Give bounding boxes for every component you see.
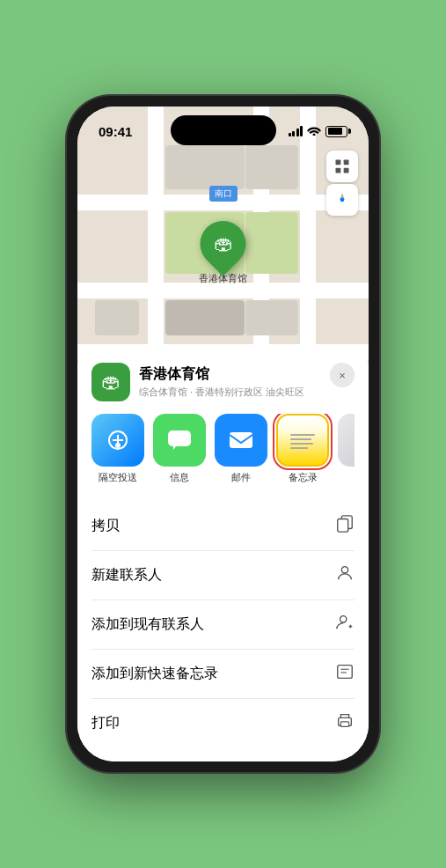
venue-name: 香港体育馆 xyxy=(139,365,355,384)
action-new-contact-label: 新建联系人 xyxy=(91,566,162,585)
entrance-label: 南口 xyxy=(209,186,238,202)
map-pin: 🏟 香港体育馆 xyxy=(199,221,247,285)
quick-note-icon xyxy=(335,662,355,686)
airdrop-label: 隔空投送 xyxy=(99,471,137,484)
mail-icon xyxy=(215,414,267,467)
wifi-icon xyxy=(307,125,321,138)
close-button[interactable]: × xyxy=(330,363,355,387)
svg-rect-2 xyxy=(336,168,341,173)
status-time: 09:41 xyxy=(99,124,132,139)
bottom-sheet: 🏟 香港体育馆 综合体育馆 · 香港特别行政区 油尖旺区 × xyxy=(77,349,369,761)
venue-subtitle: 综合体育馆 · 香港特别行政区 油尖旺区 xyxy=(139,386,355,399)
copy-icon xyxy=(335,514,355,538)
map-area[interactable]: 南口 🏟 香港体育馆 xyxy=(77,107,369,388)
venue-info: 香港体育馆 综合体育馆 · 香港特别行政区 油尖旺区 xyxy=(139,365,355,399)
airdrop-icon xyxy=(91,414,144,467)
svg-rect-21 xyxy=(338,666,353,679)
action-copy[interactable]: 拷贝 xyxy=(91,502,355,551)
mail-label: 邮件 xyxy=(231,471,251,484)
map-controls xyxy=(326,151,358,216)
action-add-contact[interactable]: 添加到现有联系人 xyxy=(91,600,355,650)
map-layers-button[interactable] xyxy=(326,151,358,182)
svg-rect-25 xyxy=(340,722,348,727)
share-item-airdrop[interactable]: 隔空投送 xyxy=(91,414,144,484)
svg-point-16 xyxy=(341,567,347,573)
status-icons xyxy=(289,125,348,138)
share-item-notes[interactable]: 备忘录 xyxy=(276,414,329,484)
action-quick-note-label: 添加到新快速备忘录 xyxy=(91,665,218,683)
phone-frame: 09:41 xyxy=(67,96,379,772)
action-print[interactable]: 打印 xyxy=(91,699,355,747)
svg-point-17 xyxy=(340,616,347,622)
share-item-mail[interactable]: 邮件 xyxy=(215,414,267,484)
dynamic-island xyxy=(171,115,276,145)
svg-rect-9 xyxy=(168,430,191,446)
notes-lines-icon xyxy=(287,429,318,452)
action-quick-note[interactable]: 添加到新快速备忘录 xyxy=(91,650,355,699)
new-contact-icon xyxy=(335,563,355,587)
svg-point-8 xyxy=(115,443,121,448)
action-new-contact[interactable]: 新建联系人 xyxy=(91,551,355,600)
svg-rect-15 xyxy=(338,519,348,533)
venue-icon: 🏟 xyxy=(91,363,130,401)
notes-icon xyxy=(276,414,329,467)
venue-header: 🏟 香港体育馆 综合体育馆 · 香港特别行政区 油尖旺区 × xyxy=(91,363,355,401)
more-icon xyxy=(338,414,355,467)
phone-screen: 09:41 xyxy=(77,107,369,761)
notes-label: 备忘录 xyxy=(289,471,318,484)
share-item-message[interactable]: 信息 xyxy=(153,414,206,484)
svg-point-4 xyxy=(340,198,345,202)
message-label: 信息 xyxy=(170,471,189,484)
print-icon xyxy=(335,711,355,735)
svg-rect-1 xyxy=(344,160,349,166)
action-add-contact-label: 添加到现有联系人 xyxy=(91,615,204,634)
battery-icon xyxy=(325,126,347,137)
pin-circle: 🏟 xyxy=(191,211,256,276)
message-icon xyxy=(153,414,206,467)
action-copy-label: 拷贝 xyxy=(91,517,120,535)
action-print-label: 打印 xyxy=(91,714,120,732)
add-contact-icon xyxy=(335,613,355,636)
signal-icon xyxy=(289,126,303,136)
svg-rect-10 xyxy=(230,432,252,448)
action-list: 拷贝 新建联系人 xyxy=(91,502,355,747)
venue-map-icon: 🏟 xyxy=(214,232,233,255)
svg-rect-0 xyxy=(336,160,341,166)
location-button[interactable] xyxy=(326,184,358,216)
share-row: 隔空投送 信息 xyxy=(91,414,355,488)
svg-rect-3 xyxy=(344,168,349,173)
share-item-more[interactable]: 提 xyxy=(338,414,355,484)
